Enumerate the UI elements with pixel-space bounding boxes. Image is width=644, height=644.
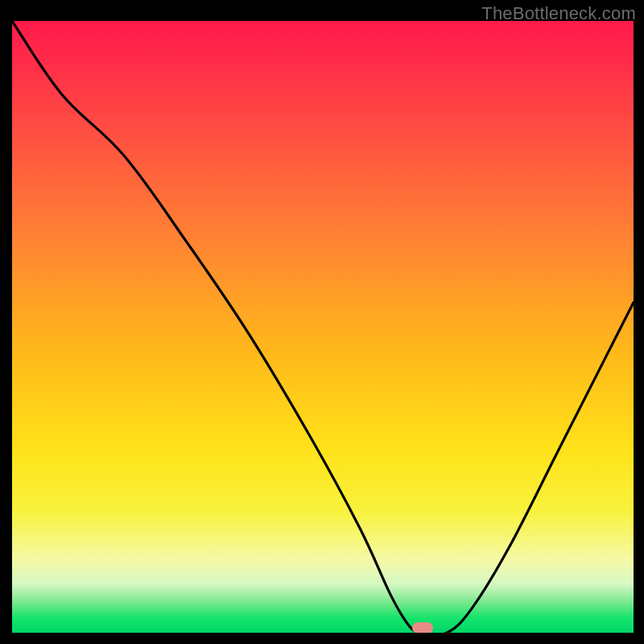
curve-path [12, 21, 634, 633]
watermark-text: TheBottleneck.com [481, 3, 636, 24]
plot-area [12, 21, 634, 633]
bottleneck-curve [12, 21, 634, 633]
chart-frame: TheBottleneck.com [0, 0, 644, 644]
optimum-marker [412, 622, 433, 633]
